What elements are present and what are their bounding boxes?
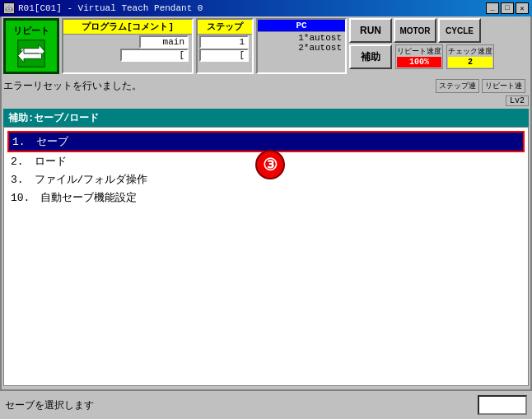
pc-panel: PC 1*autost 2*autost [256, 18, 347, 74]
menu-item-2-label: ロード [35, 156, 67, 168]
error-message: エラーリセットを行いました。 [3, 79, 436, 93]
speed-group: リピート速度 100% [395, 44, 443, 69]
repeat-button[interactable]: リピート [3, 18, 59, 74]
lv-row: Lv2 [3, 94, 529, 107]
pc-header: PC [258, 20, 345, 32]
menu-item-10[interactable]: 10. 自動セーブ機能設定 [7, 189, 525, 207]
cycle-button[interactable]: CYCLE [438, 18, 481, 43]
step-value[interactable]: 1 [199, 35, 249, 49]
title-bar-icon: 🤖 [3, 2, 15, 14]
step-bracket[interactable]: [ [199, 49, 249, 62]
menu-item-3-number: 3. [11, 174, 35, 186]
program-value[interactable]: main [139, 35, 189, 49]
hojo-header: 補助:セーブ/ロード [3, 109, 529, 127]
program-panel: プログラム[コメント] main [ [62, 18, 194, 74]
program-body: main [ [63, 35, 192, 72]
step-ren-area: ステップ連 リピート連 [436, 79, 525, 93]
repeat-speed-value: 100% [397, 57, 441, 68]
pc-body: 1*autost 2*autost [258, 32, 345, 72]
pc-line1: 1*autost [261, 33, 342, 43]
step-panel: ステップ 1 [ [196, 18, 254, 74]
menu-item-1[interactable]: 1. セーブ [7, 131, 525, 152]
step-header: ステップ [198, 20, 252, 35]
menu-item-1-label: セーブ [36, 136, 68, 148]
repeat-label: リピート [13, 25, 49, 37]
step-badge: ③ [255, 150, 285, 179]
action-group: RUN MOTOR CYCLE 補助 リピート速度 100% チェック速度 2 [349, 18, 494, 74]
close-button[interactable]: ✕ [516, 2, 529, 14]
program-header: プログラム[コメント] [63, 20, 192, 35]
check-speed-label: チェック速度 [448, 46, 492, 57]
menu-item-2-number: 2. [11, 156, 35, 168]
title-bar-text: R01[C01] - Virtual Teach Pendant 0 [18, 3, 203, 13]
repeat-speed-label: リピート速度 [397, 46, 441, 57]
repeat-ren-button[interactable]: リピート連 [482, 79, 525, 93]
hojo-header-text: 補助:セーブ/ロード [8, 111, 99, 125]
menu-item-10-label: 自動セーブ機能設定 [40, 192, 137, 204]
top-section: リピート プログラム[コメント] main [ [3, 18, 529, 74]
check-speed-value: 2 [448, 57, 492, 68]
repeat-speed-box: リピート速度 100% [395, 44, 443, 69]
run-row: RUN MOTOR CYCLE [349, 18, 494, 43]
menu-item-10-number: 10. [11, 192, 40, 204]
lv-indicator: Lv2 [506, 95, 529, 106]
title-controls: _ □ ✕ [486, 2, 529, 14]
bottom-message: セーブを選択します [5, 398, 478, 412]
menu-item-3-label: ファイル/フォルダ操作 [35, 174, 148, 186]
program-bracket[interactable]: [ [120, 49, 189, 62]
status-row: エラーリセットを行いました。 ステップ連 リピート連 [3, 77, 529, 94]
menu-item-1-number: 1. [12, 136, 36, 148]
bottom-input[interactable] [478, 395, 527, 415]
step-body: 1 [ [198, 35, 252, 72]
hojo-row: 補助 リピート速度 100% チェック速度 2 [349, 44, 494, 69]
maximize-button[interactable]: □ [501, 2, 514, 14]
pc-line2: 2*autost [261, 43, 342, 53]
check-speed-group: チェック速度 2 [446, 44, 494, 69]
check-speed-box: チェック速度 2 [446, 44, 494, 69]
title-bar: 🤖 R01[C01] - Virtual Teach Pendant 0 _ □… [0, 0, 532, 16]
repeat-icon [16, 39, 46, 68]
main-window: リピート プログラム[コメント] main [ [0, 16, 532, 419]
motor-button[interactable]: MOTOR [394, 18, 436, 43]
hojo-button[interactable]: 補助 [349, 44, 392, 69]
minimize-button[interactable]: _ [486, 2, 499, 14]
bottom-bar: セーブを選択します [0, 389, 532, 419]
run-button[interactable]: RUN [349, 18, 392, 43]
step-ren-button[interactable]: ステップ連 [436, 79, 479, 93]
